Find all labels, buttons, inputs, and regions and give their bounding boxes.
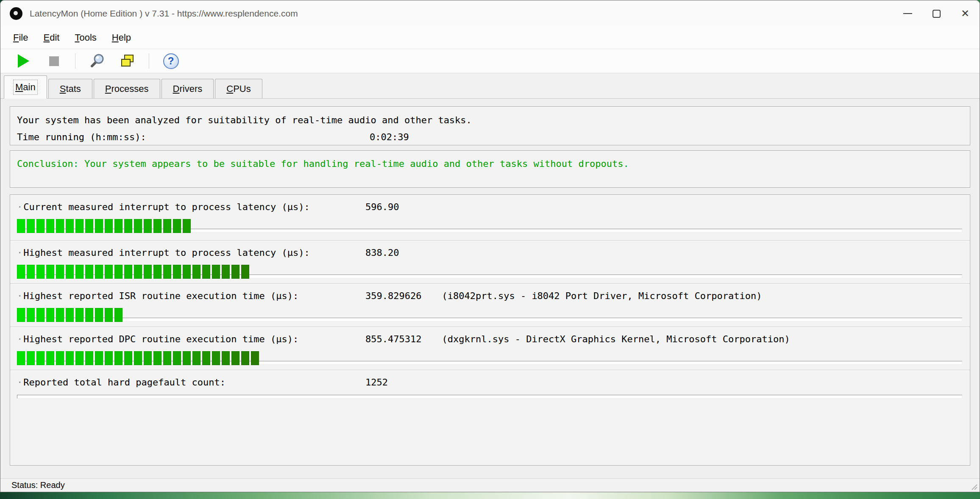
metric-bar xyxy=(17,350,963,365)
tab-main[interactable]: Main xyxy=(4,75,47,99)
metric-label-wrap: ·Reported total hard pagefault count: xyxy=(17,377,365,388)
bar-segment xyxy=(85,351,93,365)
minimize-icon xyxy=(903,13,912,14)
metric-value: 359.829626 xyxy=(365,291,421,302)
bar-segments xyxy=(17,265,249,279)
tab-stats[interactable]: Stats xyxy=(48,79,92,98)
bar-segment xyxy=(56,308,64,322)
bar-segment xyxy=(17,308,25,322)
bar-segment xyxy=(114,308,122,322)
metric-bar xyxy=(17,393,963,399)
metric-label-wrap: ·Highest measured interrupt to process l… xyxy=(17,247,365,258)
metric-extra: (i8042prt.sys - i8042 Port Driver, Micro… xyxy=(442,291,762,302)
bar-segment xyxy=(27,308,35,322)
bar-segment xyxy=(124,351,132,365)
maximize-button[interactable] xyxy=(922,0,951,27)
bar-segment xyxy=(36,219,45,233)
start-monitor-button[interactable] xyxy=(14,52,33,70)
bar-segment xyxy=(85,219,93,233)
menu-item-file[interactable]: File xyxy=(6,30,36,46)
bar-segment xyxy=(95,351,103,365)
conclusion-text: Conclusion: Your system appears to be su… xyxy=(17,158,629,169)
help-button[interactable]: ? xyxy=(161,52,180,70)
stop-icon xyxy=(49,56,59,66)
bar-segment xyxy=(222,351,230,365)
metric-value: 855.475312 xyxy=(365,334,421,345)
statusbar: Status: Ready xyxy=(0,478,980,492)
metric-line: ·Reported total hard pagefault count: 12… xyxy=(17,377,963,388)
bar-segment xyxy=(231,351,239,365)
toolbar-separator xyxy=(149,53,150,69)
bar-segment xyxy=(66,219,74,233)
bar-segment xyxy=(27,351,35,365)
menu-item-edit[interactable]: Edit xyxy=(36,30,67,46)
menubar: File Edit Tools Help xyxy=(0,27,980,49)
window-controls: ✕ xyxy=(893,0,980,27)
tabbar: Main Stats Processes Drivers CPUs xyxy=(0,73,980,99)
close-icon: ✕ xyxy=(961,8,969,19)
bar-segment xyxy=(27,219,35,233)
metric-label: Highest measured interrupt to process la… xyxy=(23,247,310,258)
bar-segment xyxy=(17,351,25,365)
bar-segment xyxy=(95,308,103,322)
metric-label: Reported total hard pagefault count: xyxy=(23,377,226,388)
bar-segment xyxy=(163,265,171,279)
menu-item-help[interactable]: Help xyxy=(104,30,139,46)
bar-track xyxy=(17,318,962,322)
bar-segment xyxy=(231,265,239,279)
bar-segment xyxy=(192,351,200,365)
titlebar: LatencyMon (Home Edition ) v 7.31 - http… xyxy=(0,0,980,27)
toolbar: ? xyxy=(0,49,980,73)
close-button[interactable]: ✕ xyxy=(951,0,980,27)
metric-value: 596.90 xyxy=(365,202,399,213)
bar-segment xyxy=(183,351,191,365)
bar-segment xyxy=(17,219,25,233)
bar-segment xyxy=(153,219,161,233)
tab-drivers[interactable]: Drivers xyxy=(161,79,214,98)
analyze-button[interactable] xyxy=(88,52,106,70)
magnifier-icon xyxy=(89,53,105,69)
bar-segment xyxy=(46,308,54,322)
report-button[interactable] xyxy=(118,52,137,70)
bar-segment xyxy=(183,265,191,279)
bar-segment xyxy=(183,219,191,233)
bar-segment xyxy=(163,219,171,233)
metric-line: ·Current measured interrupt to process l… xyxy=(17,202,963,213)
bar-segment xyxy=(36,351,45,365)
bar-segment xyxy=(17,265,25,279)
bar-segment xyxy=(153,265,161,279)
bar-segment xyxy=(134,265,142,279)
metric-line: ·Highest reported DPC routine execution … xyxy=(17,334,963,345)
metric-bullet: · xyxy=(17,334,22,344)
resize-grip[interactable] xyxy=(969,482,978,491)
bar-segment xyxy=(153,351,161,365)
bar-segment xyxy=(202,265,210,279)
bar-segment xyxy=(56,351,64,365)
stop-monitor-button[interactable] xyxy=(45,52,63,70)
metric-label-wrap: ·Current measured interrupt to process l… xyxy=(17,202,365,213)
tab-processes[interactable]: Processes xyxy=(94,79,160,98)
tab-label: Processes xyxy=(105,83,149,94)
maximize-icon xyxy=(933,10,941,18)
bar-segment xyxy=(144,219,152,233)
bar-segment xyxy=(36,308,45,322)
time-running-line: Time running (h:mm:ss): 0:02:39 xyxy=(17,129,963,146)
bar-segment xyxy=(75,351,84,365)
metric-label-wrap: ·Highest reported DPC routine execution … xyxy=(17,334,365,345)
bar-segment xyxy=(173,351,181,365)
menu-item-tools[interactable]: Tools xyxy=(67,30,104,46)
status-text: Status: Ready xyxy=(11,480,65,490)
metric-row: ·Current measured interrupt to process l… xyxy=(10,195,970,240)
minimize-button[interactable] xyxy=(893,0,922,27)
bar-segment xyxy=(241,265,249,279)
bar-segment xyxy=(46,219,54,233)
bar-segment xyxy=(251,351,259,365)
summary-text: Your system has been analyzed for suitab… xyxy=(17,112,472,129)
tab-cpus[interactable]: CPUs xyxy=(215,79,262,98)
bar-segment xyxy=(114,351,122,365)
metrics-panel: ·Current measured interrupt to process l… xyxy=(10,194,970,466)
time-running-label: Time running (h:mm:ss): xyxy=(17,129,370,146)
bar-segment xyxy=(222,265,230,279)
bar-segment xyxy=(75,219,84,233)
bar-segment xyxy=(105,351,113,365)
